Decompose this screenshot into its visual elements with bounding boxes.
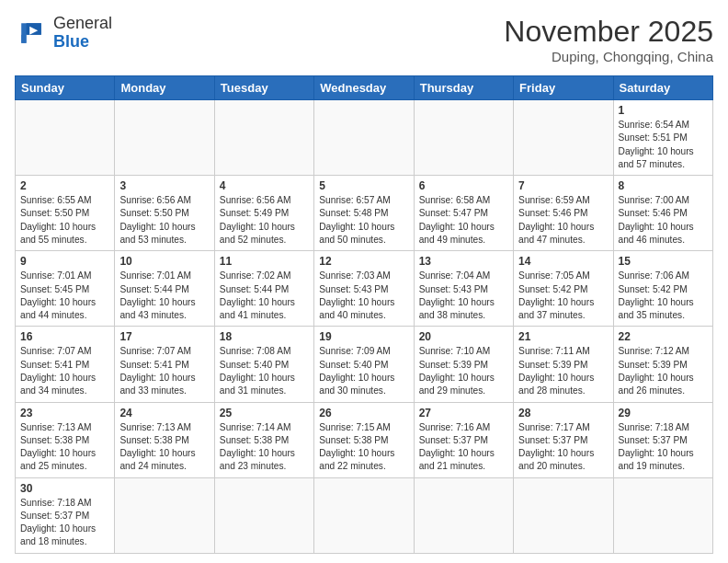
calendar-cell: 28Sunrise: 7:17 AMSunset: 5:37 PMDayligh… — [514, 402, 613, 477]
calendar-cell — [514, 477, 613, 553]
day-info: Sunrise: 7:18 AMSunset: 5:37 PMDaylight:… — [619, 421, 708, 474]
day-number: 18 — [220, 330, 309, 343]
day-number: 7 — [518, 179, 608, 192]
day-number: 9 — [20, 255, 109, 268]
day-number: 12 — [319, 255, 408, 268]
calendar-cell: 9Sunrise: 7:01 AMSunset: 5:45 PMDaylight… — [16, 251, 115, 327]
day-number: 30 — [20, 482, 109, 495]
weekday-header-friday: Friday — [514, 76, 613, 100]
day-info: Sunrise: 7:01 AMSunset: 5:45 PMDaylight:… — [20, 270, 109, 322]
day-info: Sunrise: 7:01 AMSunset: 5:44 PMDaylight:… — [119, 270, 209, 322]
calendar-cell — [214, 100, 313, 176]
day-number: 21 — [518, 330, 608, 343]
day-number: 17 — [119, 330, 209, 343]
day-info: Sunrise: 6:55 AMSunset: 5:50 PMDaylight:… — [20, 194, 109, 247]
calendar-cell: 29Sunrise: 7:18 AMSunset: 5:37 PMDayligh… — [613, 402, 712, 477]
title-block: November 2025 Duping, Chongqing, China — [504, 15, 713, 64]
calendar-week-row: 16Sunrise: 7:07 AMSunset: 5:41 PMDayligh… — [16, 327, 713, 402]
calendar-cell: 2Sunrise: 6:55 AMSunset: 5:50 PMDaylight… — [16, 176, 115, 251]
calendar-cell: 21Sunrise: 7:11 AMSunset: 5:39 PMDayligh… — [514, 327, 613, 402]
weekday-header-wednesday: Wednesday — [314, 76, 414, 100]
day-info: Sunrise: 7:00 AMSunset: 5:46 PMDaylight:… — [619, 194, 708, 247]
day-number: 4 — [220, 179, 309, 192]
calendar-cell: 17Sunrise: 7:07 AMSunset: 5:41 PMDayligh… — [115, 327, 214, 402]
day-number: 29 — [619, 407, 708, 419]
day-info: Sunrise: 6:56 AMSunset: 5:49 PMDaylight:… — [220, 194, 309, 247]
calendar-cell — [314, 100, 414, 176]
day-number: 13 — [419, 255, 508, 268]
calendar-cell: 22Sunrise: 7:12 AMSunset: 5:39 PMDayligh… — [613, 327, 712, 402]
day-info: Sunrise: 6:59 AMSunset: 5:46 PMDaylight:… — [518, 194, 608, 247]
day-info: Sunrise: 7:03 AMSunset: 5:43 PMDaylight:… — [319, 270, 408, 322]
day-number: 3 — [119, 179, 209, 192]
day-number: 28 — [518, 407, 608, 419]
logo-blue: Blue — [53, 33, 112, 52]
day-info: Sunrise: 6:58 AMSunset: 5:47 PMDaylight:… — [419, 194, 508, 247]
day-info: Sunrise: 7:11 AMSunset: 5:39 PMDaylight:… — [518, 345, 608, 397]
calendar-cell: 26Sunrise: 7:15 AMSunset: 5:38 PMDayligh… — [314, 402, 414, 477]
weekday-header-saturday: Saturday — [613, 76, 712, 100]
day-number: 26 — [319, 407, 408, 419]
day-number: 10 — [119, 255, 209, 268]
day-info: Sunrise: 7:09 AMSunset: 5:40 PMDaylight:… — [319, 345, 408, 397]
calendar-cell — [514, 100, 613, 176]
day-number: 16 — [20, 330, 109, 343]
calendar-table: SundayMondayTuesdayWednesdayThursdayFrid… — [15, 75, 713, 554]
calendar-week-row: 1Sunrise: 6:54 AMSunset: 5:51 PMDaylight… — [16, 100, 713, 176]
day-info: Sunrise: 7:07 AMSunset: 5:41 PMDaylight:… — [119, 345, 209, 397]
day-number: 19 — [319, 330, 408, 343]
calendar-cell — [214, 477, 313, 553]
logo: General Blue — [15, 15, 112, 52]
calendar-week-row: 9Sunrise: 7:01 AMSunset: 5:45 PMDaylight… — [16, 251, 713, 327]
calendar-cell — [115, 477, 214, 553]
calendar-cell: 5Sunrise: 6:57 AMSunset: 5:48 PMDaylight… — [314, 176, 414, 251]
day-number: 20 — [419, 330, 508, 343]
calendar-cell: 3Sunrise: 6:56 AMSunset: 5:50 PMDaylight… — [115, 176, 214, 251]
calendar-cell: 10Sunrise: 7:01 AMSunset: 5:44 PMDayligh… — [115, 251, 214, 327]
calendar-cell: 25Sunrise: 7:14 AMSunset: 5:38 PMDayligh… — [214, 402, 313, 477]
day-number: 11 — [220, 255, 309, 268]
day-info: Sunrise: 7:15 AMSunset: 5:38 PMDaylight:… — [319, 421, 408, 474]
calendar-week-row: 23Sunrise: 7:13 AMSunset: 5:38 PMDayligh… — [16, 402, 713, 477]
logo-general: General — [53, 15, 112, 33]
day-number: 2 — [20, 179, 109, 192]
weekday-header-monday: Monday — [115, 76, 214, 100]
calendar-cell: 16Sunrise: 7:07 AMSunset: 5:41 PMDayligh… — [16, 327, 115, 402]
calendar-cell: 30Sunrise: 7:18 AMSunset: 5:37 PMDayligh… — [16, 477, 115, 553]
day-info: Sunrise: 7:16 AMSunset: 5:37 PMDaylight:… — [419, 421, 508, 474]
weekday-header-thursday: Thursday — [414, 76, 513, 100]
day-number: 6 — [419, 179, 508, 192]
svg-marker-3 — [21, 35, 26, 43]
location-subtitle: Duping, Chongqing, China — [504, 49, 713, 64]
day-info: Sunrise: 7:12 AMSunset: 5:39 PMDaylight:… — [619, 345, 708, 397]
calendar-cell: 13Sunrise: 7:04 AMSunset: 5:43 PMDayligh… — [414, 251, 513, 327]
calendar-cell: 1Sunrise: 6:54 AMSunset: 5:51 PMDaylight… — [613, 100, 712, 176]
day-number: 14 — [518, 255, 608, 268]
calendar-cell — [613, 477, 712, 553]
calendar-cell: 24Sunrise: 7:13 AMSunset: 5:38 PMDayligh… — [115, 402, 214, 477]
calendar-cell: 11Sunrise: 7:02 AMSunset: 5:44 PMDayligh… — [214, 251, 313, 327]
day-number: 8 — [619, 179, 708, 192]
day-number: 24 — [119, 407, 209, 419]
day-info: Sunrise: 7:17 AMSunset: 5:37 PMDaylight:… — [518, 421, 608, 474]
calendar-cell: 18Sunrise: 7:08 AMSunset: 5:40 PMDayligh… — [214, 327, 313, 402]
header: General Blue November 2025 Duping, Chong… — [15, 15, 713, 64]
day-info: Sunrise: 7:04 AMSunset: 5:43 PMDaylight:… — [419, 270, 508, 322]
day-number: 27 — [419, 407, 508, 419]
month-title: November 2025 — [504, 15, 713, 49]
calendar-cell: 4Sunrise: 6:56 AMSunset: 5:49 PMDaylight… — [214, 176, 313, 251]
calendar-cell: 12Sunrise: 7:03 AMSunset: 5:43 PMDayligh… — [314, 251, 414, 327]
day-number: 22 — [619, 330, 708, 343]
day-info: Sunrise: 7:14 AMSunset: 5:38 PMDaylight:… — [220, 421, 309, 474]
weekday-header-tuesday: Tuesday — [214, 76, 313, 100]
day-info: Sunrise: 7:02 AMSunset: 5:44 PMDaylight:… — [220, 270, 309, 322]
day-info: Sunrise: 6:57 AMSunset: 5:48 PMDaylight:… — [319, 194, 408, 247]
day-number: 1 — [619, 104, 708, 117]
calendar-cell: 23Sunrise: 7:13 AMSunset: 5:38 PMDayligh… — [16, 402, 115, 477]
calendar-cell: 15Sunrise: 7:06 AMSunset: 5:42 PMDayligh… — [613, 251, 712, 327]
day-info: Sunrise: 7:06 AMSunset: 5:42 PMDaylight:… — [619, 270, 708, 322]
day-info: Sunrise: 7:18 AMSunset: 5:37 PMDaylight:… — [20, 497, 109, 549]
calendar-cell — [414, 100, 513, 176]
calendar-cell: 8Sunrise: 7:00 AMSunset: 5:46 PMDaylight… — [613, 176, 712, 251]
day-info: Sunrise: 6:56 AMSunset: 5:50 PMDaylight:… — [119, 194, 209, 247]
